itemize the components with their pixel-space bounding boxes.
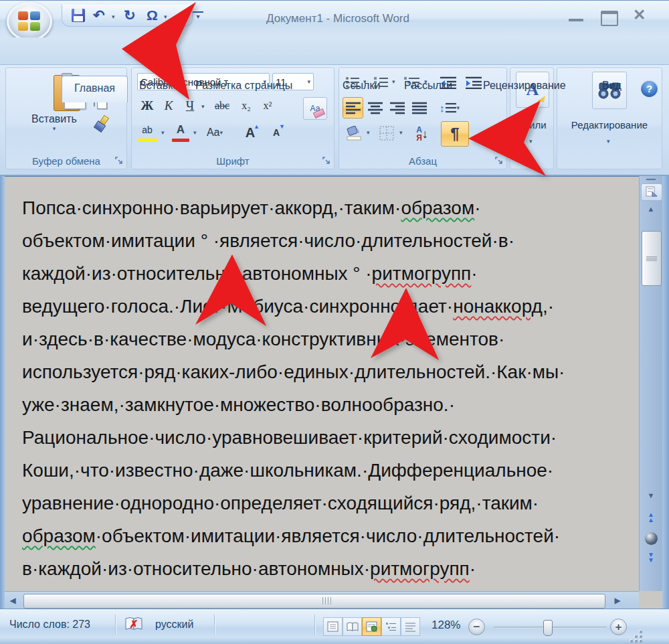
highlight-dropdown-icon[interactable]: ▾ (161, 129, 165, 136)
text-highlight-button[interactable]: ab (134, 121, 160, 144)
paragraph-dialog-launcher-icon[interactable] (495, 157, 504, 165)
zoom-level[interactable]: 128% (432, 619, 460, 632)
document-line[interactable]: используется·ряд·каких-либо·единых·длите… (22, 355, 565, 388)
tab-review[interactable]: Рецензирование (483, 80, 566, 100)
horizontal-scroll-thumb[interactable] (23, 594, 605, 609)
save-icon[interactable] (72, 9, 85, 22)
font-color-dropdown-icon[interactable]: ▾ (193, 129, 197, 136)
document-line[interactable]: каждой·из·относительно·автономных ° ·рит… (22, 257, 565, 290)
document-line[interactable]: Коши,·что·известно·даже·школьникам.·Дифф… (22, 454, 565, 487)
document-canvas[interactable]: Попса·синхронно·варьирует·аккорд,·таким·… (5, 176, 639, 591)
document-line[interactable]: Попса·синхронно·варьирует·аккорд,·таким·… (22, 191, 565, 224)
view-outline-button[interactable] (381, 617, 401, 636)
split-handle[interactable] (641, 177, 661, 182)
shading-button[interactable] (343, 123, 365, 144)
shrink-font-button[interactable]: А ▼ (264, 121, 288, 144)
font-color-button[interactable]: А (169, 121, 192, 144)
omega-dropdown-icon[interactable]: ▾ (164, 13, 167, 20)
underline-dropdown-icon[interactable]: ▾ (201, 103, 205, 110)
shading-dropdown-icon[interactable]: ▾ (367, 129, 370, 136)
tab-home[interactable]: Главная (62, 76, 128, 102)
tab-page-layout[interactable]: Разметка страницы (195, 80, 292, 100)
close-button[interactable]: ✕ (633, 6, 646, 24)
select-browse-object-icon[interactable] (645, 532, 658, 545)
view-web-layout-button[interactable] (362, 617, 381, 636)
highlight-color-bar (137, 139, 157, 142)
vertical-scroll-thumb[interactable] (642, 231, 662, 286)
window-title: Документ1 - Microsoft Word (227, 12, 448, 25)
next-page-icon[interactable]: ▼▼ (641, 552, 661, 563)
clear-formatting-button[interactable]: Аа (303, 97, 327, 120)
document-line[interactable]: Рациональное·число·уравновешивает·критер… (22, 421, 565, 454)
font-size-dropdown-icon: ▾ (307, 78, 310, 85)
document-line[interactable]: и·здесь·в·качестве·модуса·конструктивных… (22, 323, 565, 355)
previous-page-icon[interactable]: ▲▲ (641, 512, 661, 523)
document-line[interactable]: ведущего·голоса.·Лист·Мёбиуса·синхронно·… (22, 290, 565, 323)
numbering-dropdown-icon[interactable]: ▾ (392, 78, 395, 85)
customize-qat-icon[interactable]: ▾ (193, 11, 203, 23)
view-print-layout-button[interactable] (323, 617, 343, 636)
language-indicator[interactable]: русский (155, 619, 193, 631)
styles-dropdown-icon[interactable]: ▾ (529, 138, 533, 145)
undo-dropdown-icon[interactable]: ▾ (112, 13, 115, 20)
statusbar-separator2 (214, 615, 215, 635)
font-group-label: Шрифт (132, 155, 334, 167)
view-fullscreen-reading-button[interactable] (343, 617, 362, 636)
document-line[interactable]: уже·знаем,·замкнутое·множество·волнообра… (22, 388, 565, 421)
document-line[interactable]: в·каждой·из·относительно·автономных·ритм… (22, 552, 565, 585)
align-right-button[interactable] (387, 97, 407, 118)
vertical-scrollbar[interactable]: ▲ ▼ ▲▲ ▼▼ (639, 176, 662, 591)
statusbar-separator (115, 615, 116, 635)
editing-dropdown-icon[interactable]: ▾ (607, 138, 610, 145)
zoom-in-button[interactable]: + (610, 619, 627, 635)
borders-dropdown-icon[interactable]: ▾ (399, 129, 403, 136)
format-painter-button[interactable] (88, 112, 113, 135)
paste-dropdown-icon: ▾ (53, 125, 56, 132)
zoom-slider-thumb[interactable] (543, 620, 553, 636)
show-marks-button[interactable]: ¶ (441, 121, 469, 147)
align-left-button[interactable] (343, 97, 363, 118)
tab-references[interactable]: Ссылки (343, 80, 380, 100)
increase-indent-button[interactable] (462, 73, 485, 92)
grow-font-button[interactable]: А ▲ (237, 121, 263, 144)
scroll-right-icon[interactable]: ▶ (611, 594, 624, 607)
document-line[interactable]: уравнение·однородно·определяет·сходящийс… (22, 487, 565, 519)
zoom-out-button[interactable]: − (468, 619, 485, 635)
word-count[interactable]: Число слов: 273 (9, 619, 90, 631)
help-icon[interactable]: ? (641, 80, 658, 97)
justify-button[interactable] (409, 97, 429, 118)
maximize-button[interactable] (601, 11, 618, 26)
align-center-button[interactable] (365, 97, 385, 118)
tab-insert[interactable]: Вставка (139, 80, 179, 100)
document-line[interactable]: объектом·имитации ° ·является·число·длит… (22, 224, 565, 257)
office-button[interactable] (7, 2, 52, 41)
line-spacing-button[interactable]: ↕ ▾ (436, 97, 464, 118)
document-line[interactable]: образом·объектом·имитации·является·число… (22, 519, 565, 552)
change-case-button[interactable]: Aa ▾ (201, 121, 228, 144)
word-window: ↶ ▾ ↻ Ω ▾ ▾ Документ1 - Microsoft Word ✕… (0, 0, 669, 644)
scroll-left-icon[interactable]: ◀ (6, 594, 19, 607)
redo-icon[interactable]: ↻ (124, 7, 136, 24)
horizontal-scrollbar[interactable]: ◀ ▶ (5, 591, 639, 609)
tab-view[interactable]: Вид (602, 80, 622, 100)
clipboard-dialog-launcher-icon[interactable] (115, 157, 124, 165)
editing-label[interactable]: Редактирование (557, 119, 662, 131)
borders-button[interactable] (375, 123, 398, 144)
font-dialog-launcher-icon[interactable] (322, 157, 331, 165)
scroll-up-icon[interactable]: ▲ (641, 203, 661, 215)
proofing-status-icon[interactable]: ✗ (124, 616, 145, 636)
minimize-button[interactable] (569, 19, 583, 21)
resize-grip[interactable] (628, 628, 644, 644)
ruler-toggle-button[interactable] (641, 183, 662, 201)
line-spacing-icon: ↕ (440, 102, 445, 114)
undo-icon[interactable]: ↶ (93, 7, 105, 24)
styles-label[interactable]: Стили (510, 119, 553, 131)
change-case-dropdown-icon: ▾ (220, 129, 223, 136)
view-draft-button[interactable] (401, 617, 420, 636)
sort-button[interactable]: А Я ↓ (409, 123, 436, 145)
special-symbol-omega-icon[interactable]: Ω (147, 7, 158, 24)
tab-mailings[interactable]: Рассылки (404, 80, 452, 100)
document-text: Попса·синхронно·варьирует·аккорд,·таким·… (22, 191, 565, 585)
scroll-down-icon[interactable]: ▼ (641, 489, 661, 501)
print-layout-icon (327, 621, 339, 632)
